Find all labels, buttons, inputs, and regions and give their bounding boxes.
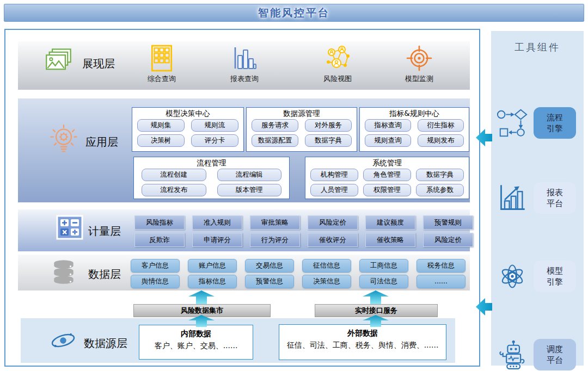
robot-icon xyxy=(495,339,529,370)
data-chip: ...... xyxy=(416,275,465,288)
tools-sidebar: 工具组件 流程引擎 xyxy=(491,31,584,366)
app-chip: 规则集 xyxy=(137,119,185,132)
app-chip: 服务请求 xyxy=(252,119,298,132)
atom-icon xyxy=(495,261,529,292)
data-chip: 账户信息 xyxy=(188,259,237,273)
app-chip: 衍生指标 xyxy=(418,119,464,132)
left-arrow xyxy=(476,296,492,319)
sidebar-title: 工具组件 xyxy=(491,41,584,54)
sidebar-item-scheduling-platform: 调度平台 xyxy=(495,339,580,370)
group-title: 系统管理 xyxy=(305,157,469,168)
sidebar-box: 模型引擎 xyxy=(534,261,576,292)
datasource-layer-label: 数据源层 xyxy=(84,336,127,351)
sidebar-box: 报表平台 xyxy=(534,182,576,214)
database-icon xyxy=(50,259,77,287)
data-chip: 决策信息 xyxy=(302,275,351,288)
sidebar-item-report-platform: 报表平台 xyxy=(495,182,580,214)
app-chip: 规则流 xyxy=(191,119,238,132)
grid-icon xyxy=(129,44,194,72)
measure-chip: 催收评分 xyxy=(308,233,358,247)
measure-chip: 催收策略 xyxy=(365,233,415,247)
measure-chip: 申请评分 xyxy=(192,233,242,247)
app-chip: 流程发布 xyxy=(142,184,206,196)
bulb-gear-icon xyxy=(48,124,79,159)
external-data-desc: 征信、司法、工商、税务、舆情、消费、...... xyxy=(279,341,446,350)
external-data-box: 外部数据 征信、司法、工商、税务、舆情、消费、...... xyxy=(279,324,446,360)
external-data-title: 外部数据 xyxy=(279,329,446,338)
data-chip: 客户信息 xyxy=(131,259,180,273)
measure-chip: 行为评分 xyxy=(250,233,300,247)
up-arrow xyxy=(187,315,216,329)
group-title: 指标&规则中心 xyxy=(360,108,469,119)
sidebar-box: 流程引擎 xyxy=(534,107,576,139)
group-datasource-management: 数据源管理 服务请求 对外服务 数据源配置 数据字典 xyxy=(246,107,357,152)
app-chip: 数据字典 xyxy=(416,169,464,181)
app-chip: 决策树 xyxy=(137,134,185,147)
data-chip: 舆情信息 xyxy=(131,275,180,288)
data-chip: 征信信息 xyxy=(302,259,351,273)
up-arrow xyxy=(362,315,390,329)
group-title: 流程管理 xyxy=(134,157,289,168)
group-system-management: 系统管理 机构管理 角色管理 数据字典 人员管理 权限管理 系统参数 xyxy=(305,157,469,199)
pres-item: 综合查询 xyxy=(129,44,194,84)
pres-item-label: 模型监测 xyxy=(387,74,452,84)
presentation-layer-label: 展现层 xyxy=(82,57,115,71)
internal-data-desc: 客户、账户、交易、...... xyxy=(139,341,253,351)
measure-chip: 风险指标 xyxy=(134,215,185,230)
app-chip: 评分卡 xyxy=(191,134,238,147)
up-arrow xyxy=(187,290,216,306)
bar-chart-icon xyxy=(212,44,277,72)
measure-chip: 建议额度 xyxy=(365,215,415,230)
measurement-layer-label: 计量层 xyxy=(88,224,121,239)
pres-item: 风险视图 xyxy=(305,44,370,84)
app-chip: 系统参数 xyxy=(416,184,464,196)
measure-chip: 风险定价 xyxy=(308,215,358,230)
title-banner: 智能风控平台 xyxy=(4,4,584,22)
app-chip: 人员管理 xyxy=(310,184,358,196)
calculator-icon xyxy=(56,215,83,242)
app-chip: 版本管理 xyxy=(217,184,282,196)
app-chip: 流程编辑 xyxy=(217,169,282,181)
pres-item: 模型监测 xyxy=(387,44,452,84)
data-chip: 预警信息 xyxy=(245,275,294,288)
sidebar-item-label: 模型引擎 xyxy=(546,265,564,288)
flow-icon xyxy=(495,108,529,138)
measure-chip: 审批策略 xyxy=(250,215,300,230)
network-icon xyxy=(305,44,370,72)
app-chip: 规则查询 xyxy=(365,134,411,147)
app-chip: 指标查询 xyxy=(365,119,411,132)
group-title: 模型决策中心 xyxy=(132,108,243,119)
measure-chip: 准入规则 xyxy=(192,215,242,230)
sidebar-box: 调度平台 xyxy=(534,339,576,370)
data-chip: 司法信息 xyxy=(359,275,408,288)
data-chip: 指标信息 xyxy=(188,275,237,288)
sidebar-item-label: 调度平台 xyxy=(546,344,564,366)
app-chip: 数据源配置 xyxy=(252,134,298,147)
galaxy-icon xyxy=(49,327,77,356)
sidebar-item-label: 报表平台 xyxy=(546,187,564,209)
measure-chip: 风险定价 xyxy=(423,233,473,247)
app-chip: 角色管理 xyxy=(363,169,411,181)
group-process-management: 流程管理 流程创建 流程编辑 流程发布 版本管理 xyxy=(133,157,290,199)
application-layer-label: 应用层 xyxy=(85,135,118,150)
measure-chip: 预警规则 xyxy=(423,215,473,230)
app-chip: 数据字典 xyxy=(305,134,352,147)
pres-item-label: 风险视图 xyxy=(305,74,370,84)
intelligent-risk-platform-diagram: 智能风控平台 展现层 综合查询 xyxy=(0,0,588,371)
app-chip: 机构管理 xyxy=(310,169,358,181)
sidebar-item-label: 流程引擎 xyxy=(546,112,564,134)
app-chip: 对外服务 xyxy=(305,119,352,132)
pictures-icon xyxy=(45,48,73,75)
group-title: 数据源管理 xyxy=(247,108,357,119)
group-indicator-rule-center: 指标&规则中心 指标查询 衍生指标 规则查询 规则发布 xyxy=(359,107,469,152)
measure-chip: 反欺诈 xyxy=(134,233,185,247)
data-chip: 交易信息 xyxy=(245,259,294,273)
pres-item: 报表查询 xyxy=(212,44,277,84)
data-layer-label: 数据层 xyxy=(88,267,121,282)
report-icon xyxy=(495,183,529,213)
internal-data-title: 内部数据 xyxy=(139,329,253,339)
app-chip: 流程创建 xyxy=(142,169,206,181)
up-arrow xyxy=(362,290,390,306)
app-chip: 规则发布 xyxy=(418,134,464,147)
app-chip: 权限管理 xyxy=(363,184,411,196)
